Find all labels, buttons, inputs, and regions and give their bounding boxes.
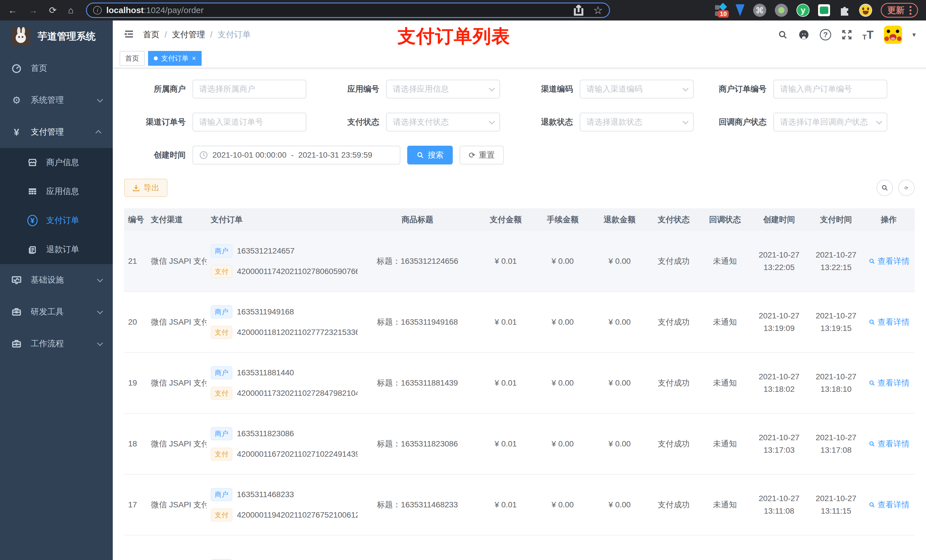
notify-status-label: 回调商户状态	[705, 117, 773, 127]
pay-tag: 支付	[211, 387, 232, 400]
search-button[interactable]: 搜索	[407, 146, 453, 165]
view-detail-link[interactable]: 查看详情	[869, 500, 909, 510]
pay-tag: 支付	[211, 509, 232, 522]
avatar-caret-icon[interactable]: ▾	[912, 31, 916, 39]
sidebar-item-merchant-info[interactable]: 商户信息	[0, 148, 113, 177]
sidebar-item-refund-order[interactable]: 退款订单	[0, 235, 113, 264]
page-title-annotation: 支付订单列表	[398, 24, 510, 49]
sidebar-item-infra[interactable]: 基础设施	[0, 264, 113, 296]
tags-view-bar: 首页 支付订单 ×	[113, 49, 926, 68]
tab-pay-order[interactable]: 支付订单 ×	[148, 51, 201, 66]
sidebar-item-home[interactable]: 首页	[0, 52, 113, 84]
search-icon[interactable]	[778, 30, 788, 40]
table-row[interactable]: 19 微信 JSAPI 支付 商户1635311881440 支付4200001…	[124, 353, 915, 414]
briefcase-icon	[11, 339, 22, 349]
date-separator: -	[291, 151, 294, 160]
breadcrumb-home[interactable]: 首页	[143, 29, 159, 41]
toolbox-icon	[11, 307, 22, 317]
sidebar-item-app-info[interactable]: 应用信息	[0, 177, 113, 206]
site-info-icon[interactable]: i	[93, 6, 101, 15]
merchant-input[interactable]	[192, 80, 306, 98]
share-icon[interactable]	[574, 5, 584, 16]
yen-icon: ¥	[11, 127, 22, 138]
create-time-range-picker[interactable]: 2021-10-01 00:00:00 - 2021-10-31 23:59:5…	[192, 146, 400, 165]
home-icon[interactable]: ⌂	[68, 5, 73, 16]
table-row[interactable]: 17 微信 JSAPI 支付 商户1635311468233 支付4200001…	[124, 475, 915, 536]
merchant-tag: 商户	[211, 245, 232, 258]
refund-status-select[interactable]: 请选择退款状态	[580, 113, 694, 131]
sidebar-item-pay[interactable]: ¥ 支付管理	[0, 116, 113, 148]
table-row[interactable]: 20 微信 JSAPI 支付 商户1635311949168 支付4200001…	[124, 292, 915, 353]
chevron-down-icon	[876, 118, 882, 124]
sidebar-item-system[interactable]: ⚙ 系统管理	[0, 84, 113, 116]
navbar: 首页 / 支付管理 / 支付订单 支付订单列表 ?	[113, 21, 926, 49]
view-detail-link[interactable]: 查看详情	[869, 377, 909, 388]
pay-status-label: 支付状态	[318, 117, 386, 127]
app-label: 应用编号	[318, 84, 386, 95]
breadcrumb-pay[interactable]: 支付管理	[172, 29, 205, 41]
ext-chat-icon[interactable]	[818, 4, 830, 16]
dashboard-icon	[11, 63, 22, 73]
view-detail-link[interactable]: 查看详情	[869, 317, 909, 328]
view-detail-link[interactable]: 查看详情	[869, 256, 909, 267]
toggle-search-button[interactable]	[876, 180, 893, 196]
browser-menu-icon[interactable]	[909, 6, 911, 15]
export-button[interactable]: 导出	[124, 179, 168, 197]
ext-kite-icon[interactable]	[735, 4, 744, 16]
close-tab-icon[interactable]: ×	[192, 54, 196, 62]
breadcrumb: 首页 / 支付管理 / 支付订单	[143, 29, 251, 41]
merchant-label: 所属商户	[124, 84, 192, 95]
pay-order-table: 编号 支付渠道 支付订单 商品标题 支付金额 手续金额 退款金额 支付状态 回调…	[124, 208, 915, 560]
github-icon[interactable]	[798, 29, 809, 41]
notify-status-select[interactable]: 请选择订单回调商户状态	[773, 113, 887, 131]
table-row[interactable]: 21 微信 JSAPI 支付 商户1635312124657 支付4200001…	[124, 231, 915, 292]
refund-status-label: 退款状态	[511, 117, 580, 127]
user-avatar[interactable]	[884, 26, 902, 44]
update-button[interactable]: 更新	[881, 3, 918, 18]
monitor-icon	[11, 275, 22, 285]
browser-chrome: ← → ⟳ ⌂ i localhost:1024/pay/order ☆ 10 …	[0, 0, 926, 21]
fullscreen-icon[interactable]	[841, 29, 852, 40]
gear-icon: ⚙	[11, 95, 22, 106]
reset-button[interactable]: ⟳ 重置	[460, 146, 504, 165]
extensions-puzzle-icon[interactable]	[838, 4, 850, 16]
date-end: 2021-10-31 23:59:59	[298, 151, 372, 160]
help-icon[interactable]: ?	[820, 29, 831, 41]
pay-status-select[interactable]: 请选择支付状态	[386, 113, 500, 131]
pay-order-icon: ¥	[27, 215, 38, 226]
ext-command-icon[interactable]: ⌘	[753, 4, 766, 17]
channel-order-no-input[interactable]	[192, 113, 306, 131]
logo-avatar	[11, 27, 30, 46]
table-row[interactable]: 商户1635311354796	[124, 536, 915, 560]
sidebar-item-devtools[interactable]: 研发工具	[0, 296, 113, 328]
ext-y-icon[interactable]: y	[796, 4, 809, 17]
address-bar[interactable]: i localhost:1024/pay/order ☆	[86, 3, 610, 18]
ext-badge: 10	[718, 10, 729, 18]
table-row[interactable]: 18 微信 JSAPI 支付 商户1635311823086 支付4200001…	[124, 414, 915, 475]
chevron-down-icon	[97, 97, 103, 103]
grid-icon	[27, 187, 38, 196]
sidebar-item-workflow[interactable]: 工作流程	[0, 328, 113, 360]
forward-icon[interactable]: →	[29, 5, 38, 16]
app-title: 芋道管理系统	[38, 30, 96, 43]
sidebar-submenu-pay: 商户信息 应用信息 ¥ 支付订单	[0, 148, 113, 264]
reload-icon[interactable]: ⟳	[49, 5, 57, 16]
sidebar-fold-icon[interactable]	[123, 29, 135, 41]
refresh-table-button[interactable]: ⟳	[898, 180, 915, 196]
tab-home[interactable]: 首页	[120, 51, 145, 66]
ext-dot-icon[interactable]	[775, 4, 788, 17]
view-detail-link[interactable]: 查看详情	[869, 438, 909, 449]
channel-code-select[interactable]: 请输入渠道编码	[580, 80, 694, 98]
date-start: 2021-10-01 00:00:00	[212, 151, 286, 160]
table-header: 编号 支付渠道 支付订单 商品标题 支付金额 手续金额 退款金额 支付状态 回调…	[124, 208, 915, 231]
ext-tabs-icon[interactable]: 10	[714, 4, 727, 17]
mch-order-no-input[interactable]	[773, 80, 887, 98]
app-select[interactable]: 请选择应用信息	[386, 80, 500, 98]
font-size-icon[interactable]: TT	[862, 29, 874, 41]
back-icon[interactable]: ←	[8, 5, 17, 16]
sidebar-item-pay-order[interactable]: ¥ 支付订单	[0, 206, 113, 235]
bookmark-star-icon[interactable]: ☆	[593, 4, 603, 17]
create-time-label: 创建时间	[124, 150, 192, 160]
chevron-down-icon	[97, 308, 103, 314]
ext-emoji-icon[interactable]	[859, 4, 872, 17]
